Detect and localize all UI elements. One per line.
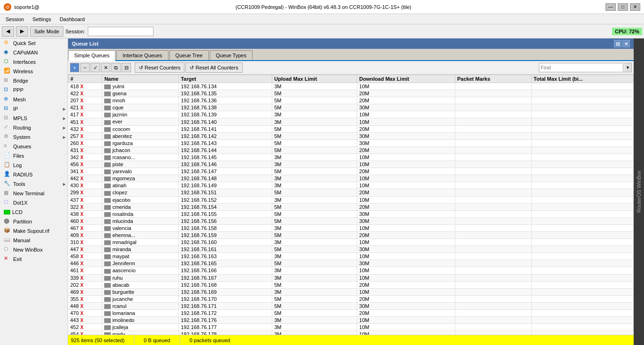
cell-num: 454 X — [69, 331, 102, 335]
cell-total — [531, 274, 633, 281]
close-button[interactable]: ✕ — [630, 3, 640, 11]
table-row[interactable]: 454 X marly 192.168.76.178 3M 10M — [69, 331, 634, 335]
minimize-button[interactable]: — — [606, 3, 616, 11]
sidebar-item-quick-set[interactable]: ⚙ Quick Set — [0, 38, 68, 48]
table-row[interactable]: 430 X atinah 192.168.76.149 3M 10M — [69, 182, 634, 189]
back-button[interactable]: ◀ — [2, 26, 14, 37]
cell-name: abenitez — [102, 132, 179, 139]
cell-num: 342 X — [69, 153, 102, 161]
table-row[interactable]: 447 X miranda 192.168.76.161 5M 30M — [69, 246, 634, 253]
enable-button[interactable]: ✓ — [91, 63, 100, 72]
table-row[interactable]: 448 X rcanul 192.168.76.171 5M 30M — [69, 302, 634, 309]
cell-target: 192.168.76.138 — [179, 104, 272, 111]
table-row[interactable]: 446 X Jenniferm 192.168.76.165 5M 30M — [69, 260, 634, 267]
table-row[interactable]: 470 X lomariana 192.168.76.172 5M 20M — [69, 310, 634, 317]
sidebar-item-interfaces[interactable]: ⬡ Interfaces — [0, 57, 68, 67]
table-row[interactable]: 469 X burguette 192.168.76.169 3M 10M — [69, 288, 634, 295]
sidebar-item-mpls[interactable]: ⊟ MPLS — [0, 114, 68, 123]
table-row[interactable]: 310 X mmadrigal 192.168.76.160 3M 10M — [69, 239, 634, 246]
table-row[interactable]: 417 X jazmin 192.168.76.139 3M 10M — [69, 111, 634, 118]
table-row[interactable]: 422 X gsena 192.168.76.135 5M 20M — [69, 90, 634, 97]
forward-button[interactable]: ▶ — [16, 26, 28, 37]
table-row[interactable]: 299 X clopez 192.168.76.151 5M 20M — [69, 189, 634, 196]
sidebar-label-ppp: PPP — [13, 87, 23, 93]
table-row[interactable]: 257 X abenitez 192.168.76.142 5M 30M — [69, 132, 634, 139]
session-menu[interactable]: Session — [2, 15, 28, 23]
session-input[interactable] — [88, 27, 153, 36]
table-row[interactable]: 431 X jchacon 192.168.76.144 5M 20M — [69, 146, 634, 153]
cell-target: 192.168.76.154 — [179, 203, 272, 210]
header-close-button[interactable]: ✕ — [622, 40, 630, 47]
table-row[interactable]: 421 X cque 192.168.76.138 5M 30M — [69, 104, 634, 111]
remove-button[interactable]: − — [80, 63, 90, 72]
sidebar-label-exit: Exit — [13, 256, 22, 262]
table-row[interactable]: 418 X yulmi 192.168.76.134 3M 10M — [69, 83, 634, 90]
sidebar-item-queues[interactable]: ≡ Queues — [0, 142, 68, 151]
cell-total — [531, 310, 633, 317]
sidebar-item-exit[interactable]: ✕ Exit — [0, 254, 68, 264]
table-row[interactable]: 437 X ejacobo 192.168.76.152 3M 10M — [69, 196, 634, 203]
table-row[interactable]: 355 X jucanche 192.168.76.170 5M 20M — [69, 295, 634, 302]
sidebar-item-bridge[interactable]: ⊞ Bridge — [0, 76, 68, 85]
cell-name: rgarduza — [102, 139, 179, 146]
table-row[interactable]: 456 X piste 192.168.76.146 3M 10M — [69, 161, 634, 168]
sidebar-item-make-supout[interactable]: 📦 Make Supout.rif — [0, 226, 68, 236]
table-row[interactable]: 341 X yarevalo 192.168.76.147 5M 20M — [69, 168, 634, 175]
reset-counters-button[interactable]: ↺ Reset Counters — [135, 62, 184, 73]
table-row[interactable]: 260 X rgarduza 192.168.76.143 5M 30M — [69, 139, 634, 146]
reset-all-counters-button[interactable]: ↺ Reset All Counters — [185, 62, 242, 73]
table-row[interactable]: 461 X aascencio 192.168.76.166 3M 10M — [69, 267, 634, 274]
sidebar-item-tools[interactable]: 🔧 Tools — [0, 179, 68, 189]
sidebar-item-ppp[interactable]: ⊡ PPP — [0, 85, 68, 95]
table-row[interactable]: 207 X mnoh 192.168.76.136 5M 20M — [69, 97, 634, 104]
sidebar-item-radius[interactable]: 👤 RADIUS — [0, 170, 68, 179]
table-row[interactable]: 342 X rcasano... 192.168.76.145 3M 10M — [69, 153, 634, 161]
sidebar-item-files[interactable]: 📄 Files — [0, 151, 68, 161]
tab-simple-queues[interactable]: Simple Queues — [68, 50, 115, 61]
table-row[interactable]: 458 X maypat 192.168.76.163 3M 10M — [69, 253, 634, 260]
tab-interface-queues[interactable]: Interface Queues — [116, 50, 168, 60]
tab-queue-tree[interactable]: Queue Tree — [169, 50, 209, 60]
copy-button[interactable]: ⧉ — [111, 63, 121, 72]
sidebar-item-routing[interactable]: ⤢ Routing — [0, 123, 68, 132]
tab-queue-types[interactable]: Queue Types — [210, 50, 253, 60]
header-restore-button[interactable]: ⊟ — [614, 40, 621, 47]
sidebar-item-ip[interactable]: ⊟ IP — [0, 104, 68, 114]
sidebar-item-new-winbox[interactable]: ⬡ New WinBox — [0, 245, 68, 254]
cell-name: marly — [102, 331, 179, 335]
table-row[interactable]: 443 X imolinedo 192.168.76.176 3M 10M — [69, 317, 634, 324]
sidebar-item-dot1x[interactable]: ⬡ Dot1X — [0, 198, 68, 207]
find-dropdown[interactable]: ▼ — [624, 63, 632, 72]
filter-button[interactable]: ⊟ — [122, 63, 131, 72]
table-row[interactable]: 467 X valencia 192.168.76.158 3M 10M — [69, 224, 634, 231]
sidebar-item-mesh[interactable]: ⊛ Mesh — [0, 95, 68, 104]
sidebar-item-log[interactable]: 📋 Log — [0, 161, 68, 170]
table-row[interactable]: 451 X ever 192.168.76.140 3M 10M — [69, 118, 634, 125]
sidebar-item-capsman[interactable]: ◉ CAPsMAN — [0, 48, 68, 57]
settings-menu[interactable]: Settings — [29, 15, 55, 23]
sidebar-item-manual[interactable]: 📖 Manual — [0, 236, 68, 245]
table-row[interactable]: 432 X ccocom 192.168.76.141 5M 20M — [69, 125, 634, 132]
table-row[interactable]: 409 X ehemna... 192.168.76.159 5M 20M — [69, 231, 634, 238]
table-row[interactable]: 438 X rosalinda 192.168.76.155 5M 30M — [69, 210, 634, 217]
safe-mode-button[interactable]: Safe Mode — [30, 26, 63, 37]
disable-button[interactable]: ✕ — [101, 63, 110, 72]
sidebar-item-system[interactable]: ⚙ System — [0, 132, 68, 142]
table-row[interactable]: 442 X mgomeza 192.168.76.148 3M 10M — [69, 175, 634, 182]
table-row[interactable]: 452 X jcalleja 192.168.76.177 3M 10M — [69, 324, 634, 331]
sidebar-item-lcd[interactable]: LCD — [0, 207, 68, 217]
table-row[interactable]: 460 X mlucinda 192.168.76.156 5M 30M — [69, 217, 634, 224]
cell-total — [531, 295, 633, 302]
table-row[interactable]: 322 X cmerida 192.168.76.154 5M 20M — [69, 203, 634, 210]
sidebar-item-wireless[interactable]: 📶 Wireless — [0, 67, 68, 76]
sidebar-item-partition[interactable]: ⬤ Partition — [0, 217, 68, 226]
find-input[interactable] — [539, 63, 623, 72]
table-row[interactable]: 202 X abacab 192.168.76.168 5M 20M — [69, 281, 634, 288]
table-row[interactable]: 339 X ruhu 192.168.76.167 3M 10M — [69, 274, 634, 281]
sidebar-item-new-terminal[interactable]: ▦ New Terminal — [0, 189, 68, 198]
dashboard-menu[interactable]: Dashboard — [56, 15, 89, 23]
add-button[interactable]: + — [70, 63, 79, 72]
maximize-button[interactable]: □ — [618, 3, 628, 11]
cell-target: 192.168.76.155 — [179, 210, 272, 217]
cell-num: 451 X — [69, 118, 102, 125]
